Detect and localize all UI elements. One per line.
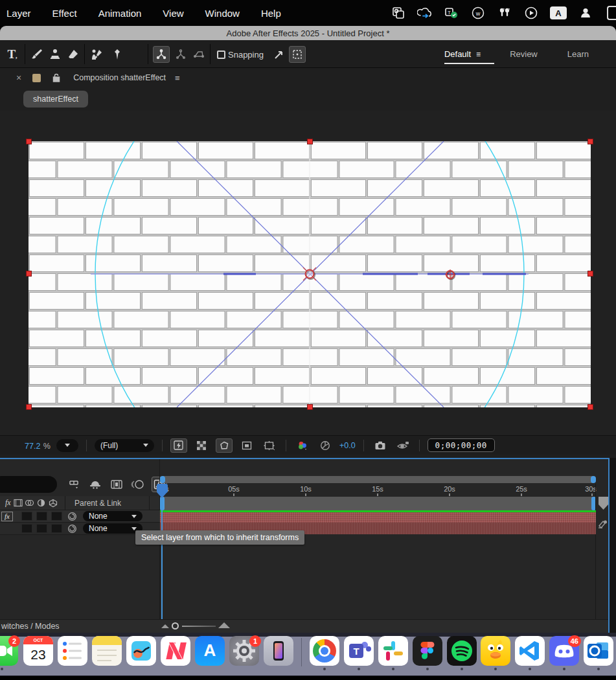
airpods-icon[interactable] [497, 5, 512, 21]
workspace-review[interactable]: Review [510, 49, 538, 59]
time-navigator-bar[interactable] [160, 476, 596, 483]
parent-link-header[interactable]: Parent & Link [74, 499, 121, 508]
layer2-switch-2[interactable] [36, 524, 47, 533]
dock-icon-notes[interactable] [92, 636, 122, 666]
zoom-dropdown-button[interactable] [56, 439, 78, 452]
selection-handle-mid-right[interactable] [587, 271, 593, 277]
safe-margins-icon[interactable] [261, 438, 278, 453]
lock-icon[interactable] [52, 73, 60, 82]
puppet-bend-pin-tool[interactable] [190, 46, 207, 63]
workspace-menu-icon[interactable]: ≡ [476, 50, 480, 59]
comp-button-icon[interactable] [597, 519, 608, 530]
dock-icon-facetime[interactable]: 2 [0, 636, 18, 666]
selection-handle-mid-left[interactable] [26, 271, 32, 277]
dock-icon-spotify[interactable] [447, 636, 477, 666]
show-snapshot-icon[interactable] [394, 438, 411, 453]
workspace-learn[interactable]: Learn [567, 49, 589, 59]
viewer-tab-shattereffect[interactable]: shatterEffect [23, 91, 88, 108]
comp-marker-bin-icon[interactable] [599, 497, 608, 510]
layer2-switch-3[interactable] [51, 524, 62, 533]
input-source-icon[interactable]: A [550, 6, 567, 19]
eraser-tool[interactable] [65, 46, 82, 63]
teams-status-icon[interactable]: T [444, 5, 459, 21]
dock-icon-duck[interactable] [481, 636, 510, 666]
marquee-region-icon[interactable] [289, 46, 306, 63]
region-of-interest-icon[interactable] [238, 438, 255, 453]
dock-icon-discord[interactable]: 46 [549, 636, 579, 666]
timeline-zoom-slider[interactable] [172, 622, 179, 629]
zoom-out-mountain-icon[interactable] [161, 624, 169, 628]
layer2-parent-dropdown[interactable]: None [83, 523, 143, 534]
comp-mini-flowchart-icon[interactable] [66, 477, 82, 492]
composition-canvas[interactable] [29, 141, 591, 407]
dock-icon-teams[interactable]: T [344, 636, 374, 666]
menu-effect[interactable]: Effect [52, 8, 77, 19]
layer1-switch-3[interactable] [51, 512, 62, 521]
dock-icon-reminders[interactable] [58, 636, 87, 666]
3d-column-icon[interactable] [47, 497, 59, 509]
timeline-zoom-track[interactable] [182, 626, 216, 627]
creative-cloud-icon[interactable] [417, 5, 433, 21]
playhead-handle[interactable] [157, 484, 168, 493]
dock-icon-iphone-mirroring[interactable] [264, 636, 293, 666]
panel-menu-icon[interactable]: ≡ [175, 73, 180, 83]
work-area-bar[interactable] [160, 497, 596, 510]
close-icon[interactable]: × [16, 73, 21, 83]
shy-layers-icon[interactable] [87, 477, 103, 492]
snapshot-camera-icon[interactable] [372, 438, 389, 453]
dock-icon-settings[interactable]: 1 [229, 636, 259, 666]
layer-row-1[interactable]: fx None [0, 510, 160, 523]
selection-arrow-icon[interactable] [271, 46, 288, 63]
dock-icon-slack[interactable] [378, 636, 408, 666]
selection-handle-bottom-center[interactable] [307, 404, 313, 410]
type-tool[interactable]: T, [4, 46, 21, 63]
selection-handle-top-right[interactable] [587, 139, 593, 144]
layer1-pick-whip-icon[interactable] [67, 512, 77, 521]
dock-icon-outlook[interactable] [584, 636, 613, 666]
blend-column-icon[interactable] [24, 497, 36, 509]
menu-window[interactable]: Window [205, 8, 240, 19]
selection-handle-top-center[interactable] [307, 139, 313, 144]
layer2-switch-1[interactable] [21, 524, 32, 533]
roto-brush-tool[interactable] [88, 46, 105, 63]
layer1-switch-1[interactable] [21, 512, 32, 521]
layer1-duration-bar[interactable] [160, 512, 596, 523]
dock-icon-figma[interactable] [413, 636, 442, 666]
fx-column-icon[interactable]: fx [5, 498, 11, 508]
brush-tool[interactable] [29, 46, 45, 63]
puppet-starch-pin-tool[interactable] [172, 46, 189, 63]
layer1-fx-badge[interactable]: fx [1, 512, 13, 521]
layer2-pick-whip-icon[interactable] [67, 524, 77, 534]
clone-stamp-tool[interactable] [47, 46, 63, 63]
frame-render-column-icon[interactable] [12, 497, 24, 509]
exposure-value[interactable]: +0.0 [339, 441, 356, 450]
timeline-timecode-field[interactable] [0, 476, 57, 493]
w-circle-icon[interactable]: w [470, 5, 486, 21]
zoom-level[interactable]: 77.2 % [25, 440, 51, 451]
time-ruler[interactable]: 0s 05s 10s 15s 20s 25s 30s [160, 484, 596, 496]
dock-icon-vscode[interactable] [515, 636, 545, 666]
menu-animation[interactable]: Animation [98, 8, 142, 19]
dock-icon-appstore[interactable]: A [195, 636, 225, 666]
play-circle-icon[interactable] [523, 5, 539, 21]
composition-tab-title[interactable]: Composition shatterEffect [73, 73, 166, 82]
dock-icon-news[interactable] [161, 636, 190, 666]
zoom-in-mountain-icon[interactable] [218, 622, 230, 628]
transparency-grid-icon[interactable] [193, 438, 210, 453]
navigator-end-handle[interactable] [591, 476, 596, 483]
layer1-parent-dropdown[interactable]: None [83, 511, 143, 521]
selection-handle-top-left[interactable] [26, 139, 32, 144]
menu-help[interactable]: Help [261, 8, 281, 19]
navigator-start-handle[interactable] [160, 476, 165, 483]
mask-visibility-icon[interactable] [216, 438, 233, 453]
frame-blending-icon[interactable] [109, 477, 124, 492]
dock-icon-freeform[interactable] [126, 636, 156, 666]
reset-exposure-icon[interactable] [317, 438, 334, 453]
switches-modes-toggle[interactable]: witches / Modes [1, 622, 60, 631]
window-title-bar[interactable]: Adobe After Effects 2025 - Untitled Proj… [0, 26, 616, 40]
magnification-dropdown[interactable]: (Full) [95, 439, 154, 452]
selection-handle-bottom-left[interactable] [26, 404, 32, 410]
puppet-position-pin-tool[interactable] [153, 46, 170, 63]
menu-view[interactable]: View [163, 8, 183, 19]
dock-icon-chrome[interactable] [310, 636, 339, 666]
